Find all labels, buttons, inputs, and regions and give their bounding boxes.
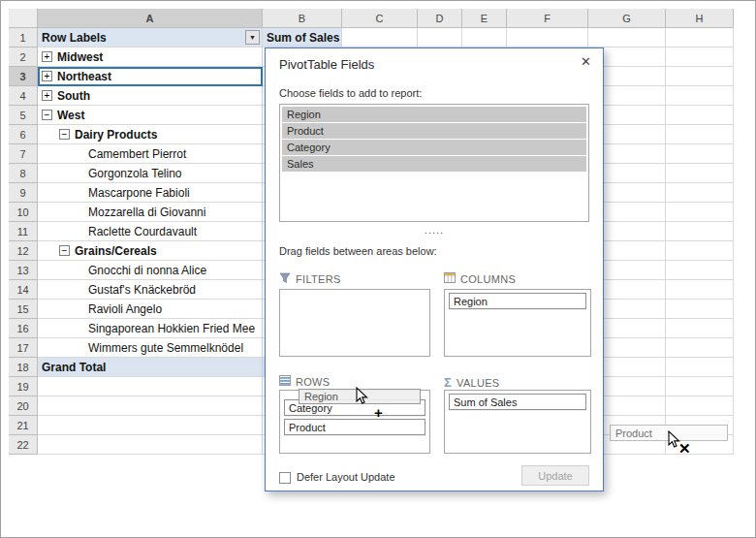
row-header-22[interactable]: 22 (9, 435, 38, 455)
cell-A13[interactable]: Gnocchi di nonna Alice (38, 261, 263, 280)
cell-H2[interactable] (666, 47, 734, 67)
column-header-B[interactable]: B (263, 9, 342, 28)
cell-H11[interactable] (666, 222, 734, 241)
field-item-category[interactable]: Category (282, 140, 586, 155)
column-header-D[interactable]: D (418, 9, 462, 28)
expand-button[interactable]: + (42, 71, 52, 81)
field-list[interactable]: RegionProductCategorySales (279, 104, 589, 222)
cell-H5[interactable] (666, 106, 734, 125)
row-header-8[interactable]: 8 (9, 164, 38, 183)
cell-H3[interactable] (666, 67, 734, 86)
cell-F1[interactable] (507, 28, 588, 47)
cell-B1[interactable]: Sum of Sales (263, 28, 342, 47)
update-button[interactable]: Update (521, 465, 589, 486)
column-header-C[interactable]: C (342, 9, 418, 28)
cell-H8[interactable] (666, 164, 734, 183)
row-header-16[interactable]: 16 (9, 319, 38, 338)
cell-H17[interactable] (666, 338, 734, 358)
splitter-handle[interactable]: ..... (266, 224, 603, 236)
defer-layout-checkbox[interactable] (279, 472, 291, 484)
column-header-A[interactable]: A (38, 9, 263, 28)
row-header-3[interactable]: 3 (9, 67, 38, 86)
row-header-5[interactable]: 5 (9, 106, 38, 125)
cell-A4[interactable]: +South (38, 86, 263, 106)
values-drop-zone[interactable]: Sum of Sales (444, 390, 591, 454)
field-item-sales[interactable]: Sales (282, 156, 586, 172)
row-header-12[interactable]: 12 (9, 241, 38, 261)
cell-H14[interactable] (666, 280, 734, 300)
cell-H13[interactable] (666, 261, 734, 280)
cell-A1[interactable]: Row Labels▼ (38, 28, 263, 47)
cell-H1[interactable] (666, 28, 734, 47)
row-header-20[interactable]: 20 (9, 396, 38, 416)
cell-H9[interactable] (666, 183, 734, 203)
cell-H4[interactable] (666, 86, 734, 106)
cell-H16[interactable] (666, 319, 734, 338)
cell-H15[interactable] (666, 300, 734, 319)
row-header-7[interactable]: 7 (9, 144, 38, 164)
cell-A3[interactable]: +Northeast (38, 67, 263, 86)
cell-H12[interactable] (666, 241, 734, 261)
row-header-13[interactable]: 13 (9, 261, 38, 280)
select-all-corner[interactable] (9, 9, 38, 28)
cell-A22[interactable] (38, 435, 263, 455)
row-header-19[interactable]: 19 (9, 377, 38, 396)
cell-C1[interactable] (342, 28, 418, 47)
row-header-17[interactable]: 17 (9, 338, 38, 358)
cell-H18[interactable] (666, 358, 734, 377)
expand-button[interactable]: + (42, 51, 52, 62)
cell-A7[interactable]: Camembert Pierrot (38, 144, 263, 164)
cell-H20[interactable] (666, 396, 734, 416)
area-item-region[interactable]: Region (449, 293, 586, 309)
row-header-2[interactable]: 2 (9, 47, 38, 67)
cell-A12[interactable]: −Grains/Cereals (38, 241, 263, 261)
cell-A8[interactable]: Gorgonzola Telino (38, 164, 263, 183)
row-header-11[interactable]: 11 (9, 222, 38, 241)
row-header-9[interactable]: 9 (9, 183, 38, 203)
cell-A17[interactable]: Wimmers gute Semmelknödel (38, 338, 263, 358)
cell-H7[interactable] (666, 144, 734, 164)
close-icon[interactable]: ✕ (581, 54, 591, 69)
columns-drop-zone[interactable]: Region (444, 289, 591, 357)
cell-A20[interactable] (38, 396, 263, 416)
cell-A9[interactable]: Mascarpone Fabioli (38, 183, 263, 203)
cell-A15[interactable]: Ravioli Angelo (38, 300, 263, 319)
cell-A16[interactable]: Singaporean Hokkien Fried Mee (38, 319, 263, 338)
cell-H6[interactable] (666, 125, 734, 144)
area-item-sum-of-sales[interactable]: Sum of Sales (449, 394, 586, 410)
filter-dropdown-button[interactable]: ▼ (245, 30, 260, 45)
row-header-10[interactable]: 10 (9, 203, 38, 222)
column-header-F[interactable]: F (507, 9, 588, 28)
cell-A14[interactable]: Gustaf's Knäckebröd (38, 280, 263, 300)
cell-A18[interactable]: Grand Total (38, 358, 263, 377)
collapse-button[interactable]: − (59, 129, 70, 140)
expand-button[interactable]: + (42, 90, 52, 101)
cell-G1[interactable] (588, 28, 666, 47)
column-header-G[interactable]: G (588, 9, 666, 28)
cell-H10[interactable] (666, 203, 734, 222)
cell-A10[interactable]: Mozzarella di Giovanni (38, 203, 263, 222)
row-header-6[interactable]: 6 (9, 125, 38, 144)
filters-drop-zone[interactable] (279, 289, 430, 357)
cell-A6[interactable]: −Dairy Products (38, 125, 263, 144)
column-header-E[interactable]: E (462, 9, 507, 28)
cell-D1[interactable] (418, 28, 462, 47)
collapse-button[interactable]: − (59, 245, 70, 256)
area-item-product[interactable]: Product (284, 419, 425, 435)
cell-A5[interactable]: −West (38, 106, 263, 125)
column-header-H[interactable]: H (666, 9, 734, 28)
row-header-21[interactable]: 21 (9, 416, 38, 435)
field-item-region[interactable]: Region (282, 107, 586, 122)
cell-A2[interactable]: +Midwest (38, 47, 263, 67)
cell-E1[interactable] (462, 28, 507, 47)
cell-A19[interactable] (38, 377, 263, 396)
cell-A21[interactable] (38, 416, 263, 435)
cell-H19[interactable] (666, 377, 734, 396)
row-header-4[interactable]: 4 (9, 86, 38, 106)
cell-A11[interactable]: Raclette Courdavault (38, 222, 263, 241)
collapse-button[interactable]: − (42, 110, 52, 120)
row-header-15[interactable]: 15 (9, 300, 38, 319)
row-header-1[interactable]: 1 (9, 28, 38, 47)
field-item-product[interactable]: Product (282, 123, 586, 139)
row-header-18[interactable]: 18 (9, 358, 38, 377)
